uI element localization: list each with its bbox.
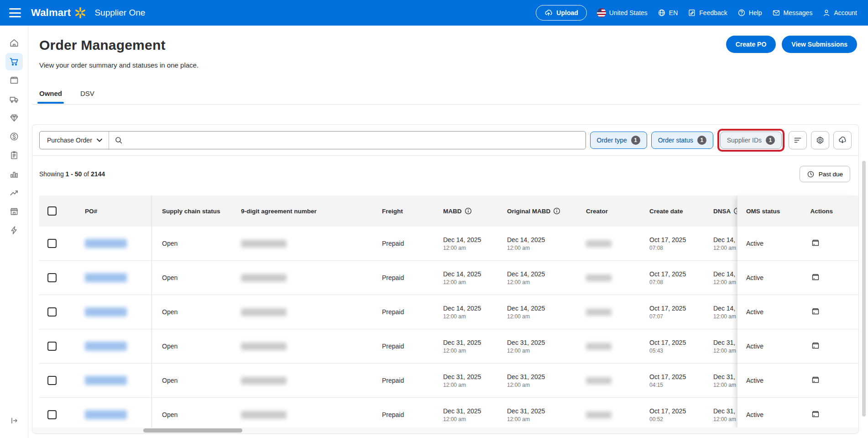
sidebar-item-quality[interactable] <box>5 109 23 127</box>
po-number-link-redacted[interactable] <box>85 376 127 385</box>
cell-select <box>39 329 68 363</box>
quality-diamond-icon <box>9 113 19 123</box>
vertical-scrollbar-thumb[interactable] <box>862 161 866 417</box>
original-mabd-date: Dec 31, 2025 <box>507 407 578 415</box>
language-selector[interactable]: EN <box>658 9 678 17</box>
help-link[interactable]: Help <box>737 9 762 17</box>
order-action-button[interactable] <box>810 409 821 421</box>
info-icon[interactable] <box>553 207 560 215</box>
order-action-button[interactable] <box>810 272 821 284</box>
upload-button[interactable]: Upload <box>536 5 586 21</box>
orders-cart-icon <box>9 57 19 67</box>
sidebar-item-transportation[interactable] <box>5 90 23 108</box>
original-mabd-date: Dec 31, 2025 <box>507 373 578 380</box>
tab-owned[interactable]: Owned <box>39 90 62 104</box>
row-checkbox[interactable] <box>47 273 57 282</box>
column-filter-button[interactable] <box>789 131 807 149</box>
order-action-button[interactable] <box>810 306 821 318</box>
po-number-link-redacted[interactable] <box>85 342 127 351</box>
country-selector[interactable]: United States <box>597 8 648 17</box>
mabd-time: 12:00 am <box>443 313 500 320</box>
sidebar-item-orders[interactable] <box>5 53 23 70</box>
create-po-button[interactable]: Create PO <box>726 36 776 53</box>
supply-chain-status: Open <box>152 398 235 432</box>
select-all-checkbox[interactable] <box>47 206 57 216</box>
order-action-button[interactable] <box>810 375 821 387</box>
table-settings-button[interactable] <box>811 131 829 149</box>
search-icon <box>115 136 123 144</box>
filter-chip-order-type[interactable]: Order type 1 <box>590 132 647 149</box>
creator-redacted <box>586 343 612 350</box>
search-category-dropdown[interactable]: Purchase Order <box>40 132 109 149</box>
po-number-link-redacted[interactable] <box>85 410 127 419</box>
pinned-row: Active <box>737 329 858 364</box>
sidebar-item-marketplace[interactable] <box>5 203 23 220</box>
export-cloud-icon <box>838 136 847 145</box>
row-checkbox[interactable] <box>47 307 57 317</box>
cell-create_date: Oct 17, 202504:15 <box>642 364 708 397</box>
row-checkbox[interactable] <box>47 376 57 385</box>
horizontal-scrollbar-track[interactable] <box>32 427 858 433</box>
sidebar-item-payments[interactable] <box>5 128 23 145</box>
sidebar-item-home[interactable] <box>5 34 23 52</box>
cell-po <box>68 261 152 295</box>
view-tabs: Owned DSV <box>39 90 94 104</box>
oms-status-value: Active <box>737 227 798 260</box>
sidebar-item-analytics[interactable] <box>5 165 23 183</box>
agreement-number-redacted <box>241 411 287 419</box>
orders-card: Purchase Order Order type 1 Order status… <box>32 124 859 434</box>
search-input[interactable] <box>126 137 580 144</box>
feedback-link[interactable]: Feedback <box>688 9 727 17</box>
actions-cell <box>798 364 858 397</box>
sidebar-item-automation[interactable] <box>5 222 23 239</box>
create-time: 00:52 <box>649 416 708 422</box>
column-header-create_date: Create date <box>642 195 708 227</box>
cell-omabd: Dec 14, 202512:00 am <box>500 227 578 260</box>
export-button[interactable] <box>833 131 852 149</box>
creator-redacted <box>586 240 612 247</box>
column-header-label: DNSA <box>713 208 731 215</box>
cell-mabd: Dec 31, 202512:00 am <box>436 364 500 397</box>
brand-logo[interactable]: Walmart Supplier One <box>31 7 145 19</box>
actions-cell <box>798 398 858 432</box>
cell-create_date: Oct 17, 202500:52 <box>642 398 708 432</box>
page-subtitle: View your order summary and statuses in … <box>39 61 199 69</box>
original-mabd-time: 12:00 am <box>507 245 578 251</box>
menu-hamburger-icon[interactable] <box>9 8 21 17</box>
sidebar-item-items[interactable] <box>5 72 23 89</box>
po-number-link-redacted[interactable] <box>85 239 127 248</box>
create-date: Oct 17, 2025 <box>649 236 708 243</box>
pinned-row: Active <box>737 398 858 432</box>
info-icon[interactable] <box>465 207 472 215</box>
order-action-button[interactable] <box>810 237 821 250</box>
po-number-link-redacted[interactable] <box>85 307 127 317</box>
package-box-icon <box>811 410 820 419</box>
cell-po <box>68 227 152 260</box>
row-checkbox[interactable] <box>47 342 57 351</box>
expand-sidebar-button[interactable] <box>0 416 28 425</box>
horizontal-scrollbar-thumb[interactable] <box>143 428 242 433</box>
messages-link[interactable]: Messages <box>772 9 813 17</box>
order-action-button[interactable] <box>810 340 821 353</box>
filter-chip-order-status[interactable]: Order status 1 <box>651 132 713 149</box>
sidebar-item-reports[interactable] <box>5 147 23 164</box>
help-icon <box>737 9 746 17</box>
filter-chip-supplier-ids[interactable]: Supplier IDs 1 <box>720 132 782 149</box>
cell-omabd: Dec 31, 202512:00 am <box>500 329 578 363</box>
sidebar-item-growth[interactable] <box>5 184 23 201</box>
po-number-link-redacted[interactable] <box>85 273 127 282</box>
column-header-po: PO# <box>68 195 152 227</box>
table-header-row: PO#Supply chain status9-digit agreement … <box>39 195 810 227</box>
pinned-row: Active <box>737 364 858 398</box>
original-mabd-time: 12:00 am <box>507 279 578 285</box>
row-checkbox[interactable] <box>47 410 57 419</box>
past-due-button[interactable]: Past due <box>800 166 850 182</box>
filter-count-badge: 1 <box>697 136 706 145</box>
filter-chip-label: Order status <box>658 137 693 144</box>
view-submissions-button[interactable]: View Submissions <box>782 36 857 53</box>
cell-mabd: Dec 14, 202512:00 am <box>436 261 500 295</box>
account-menu[interactable]: Account <box>822 9 857 17</box>
row-checkbox[interactable] <box>47 239 57 248</box>
create-date: Oct 17, 2025 <box>649 270 708 278</box>
tab-dsv[interactable]: DSV <box>80 90 94 104</box>
